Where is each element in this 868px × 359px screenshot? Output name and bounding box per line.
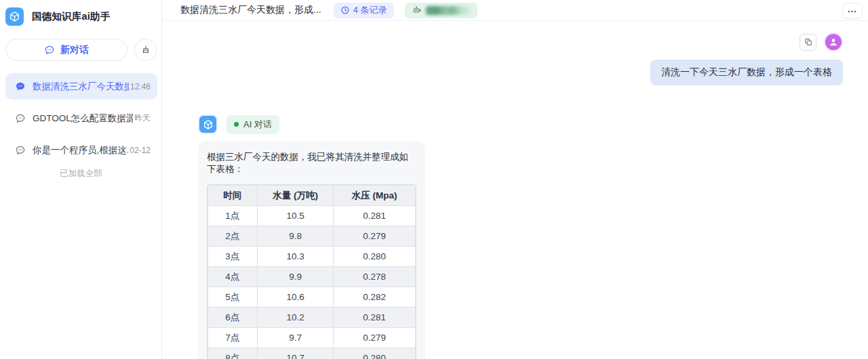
new-chat-label: 新对话: [60, 44, 89, 56]
table-row: 2点9.80.279: [208, 226, 416, 247]
table-row: 8点10.70.280: [208, 348, 416, 359]
table-row: 7点9.70.279: [208, 328, 416, 348]
table-row: 4点9.90.278: [208, 267, 416, 287]
user-avatar[interactable]: [824, 33, 843, 51]
table-cell: 0.279: [334, 226, 416, 247]
table-cell: 1点: [208, 206, 258, 226]
table-cell: 0.281: [334, 308, 416, 328]
app-title: 国德知识库ai助手: [32, 10, 110, 23]
table-header-cell: 水量 (万吨): [257, 186, 334, 206]
topbar: 数据清洗三水厂今天数据，形成... 4 条记录 ...: [162, 0, 868, 21]
table-body: 1点10.50.2812点9.80.2793点10.30.2804点9.90.2…: [208, 206, 416, 359]
copy-icon: [804, 37, 813, 47]
green-status-dot: [234, 122, 239, 127]
table-cell: 6点: [208, 308, 258, 328]
table-cell: 9.8: [257, 226, 334, 247]
sidebar-item-chat-1[interactable]: 数据清洗三水厂今天数据... 12:46: [5, 73, 157, 100]
table-cell: 8点: [208, 348, 258, 359]
table-cell: 3点: [208, 247, 258, 267]
table-cell: 5点: [208, 287, 258, 308]
ai-dialog-badge: AI 对话: [226, 115, 279, 134]
table-header-row: 时间水量 (万吨)水压 (Mpa): [208, 186, 416, 206]
app-logo-cube-icon: [5, 7, 24, 26]
table-cell: 10.6: [257, 287, 334, 308]
chat-item-label: 数据清洗三水厂今天数据...: [33, 81, 129, 93]
chat-bubble-outline-icon: [15, 145, 26, 156]
person-icon: [828, 37, 839, 47]
robot-icon: [412, 5, 422, 15]
model-badge: [405, 3, 477, 18]
chat-item-time: 02-12: [130, 146, 151, 155]
table-cell: 0.280: [334, 247, 416, 267]
chat-bubble-outline-icon: [15, 113, 26, 124]
chat-bubble-filled-icon: [15, 81, 26, 92]
ai-avatar-cube-icon: [198, 114, 218, 134]
app-brand: 国德知识库ai助手: [0, 0, 161, 27]
chat-item-label: 你是一个程序员,根据这...: [33, 144, 128, 156]
new-chat-button[interactable]: 新对话: [5, 39, 127, 61]
table-cell: 4点: [208, 267, 258, 287]
clear-history-button[interactable]: [134, 39, 157, 61]
table-row: 5点10.60.282: [208, 287, 416, 308]
table-row: 6点10.20.281: [208, 308, 416, 328]
more-options-button[interactable]: ...: [842, 3, 863, 19]
table-cell: 10.3: [257, 247, 334, 267]
broom-icon: [140, 45, 151, 56]
conversation-title: 数据清洗三水厂今天数据，形成...: [180, 4, 321, 16]
table-cell: 2点: [208, 226, 258, 247]
sidebar-item-chat-2[interactable]: GDTOOL怎么配置数据源啊 昨天: [5, 105, 157, 131]
chat-history-list: 数据清洗三水厂今天数据... 12:46 GDTOOL怎么配置数据源啊 昨天 你…: [5, 73, 157, 169]
table-cell: 0.280: [334, 348, 416, 359]
copy-message-button[interactable]: [800, 34, 816, 51]
table-cell: 0.281: [334, 206, 416, 226]
table-cell: 0.282: [334, 287, 416, 308]
chat-item-time: 昨天: [134, 112, 151, 124]
table-row: 1点10.50.281: [208, 206, 416, 226]
chat-item-time: 12:46: [130, 82, 151, 91]
user-message-bubble: 清洗一下今天三水厂数据，形成一个表格: [650, 60, 843, 85]
table-cell: 10.5: [257, 206, 334, 226]
chat-bubble-icon: [44, 45, 55, 56]
table-cell: 0.278: [334, 267, 416, 287]
table-cell: 10.7: [257, 348, 334, 359]
ai-intro-text: 根据三水厂今天的数据，我已将其清洗并整理成如下表格：: [207, 151, 416, 175]
data-table: 时间水量 (万吨)水压 (Mpa) 1点10.50.2812点9.80.2793…: [207, 184, 416, 359]
table-cell: 9.7: [257, 328, 334, 348]
main-area: 数据清洗三水厂今天数据，形成... 4 条记录 ...: [162, 0, 868, 359]
table-header-cell: 水压 (Mpa): [334, 186, 416, 206]
loaded-all-text: 已加载全部: [0, 168, 162, 180]
chat-item-label: GDTOOL怎么配置数据源啊: [33, 112, 133, 125]
table-cell: 10.2: [257, 308, 334, 328]
table-cell: 9.9: [257, 267, 334, 287]
clock-icon: [340, 5, 350, 15]
records-count-badge: 4 条记录: [334, 3, 394, 18]
table-row: 3点10.30.280: [208, 247, 416, 267]
ai-badge-label: AI 对话: [243, 119, 272, 131]
table-header-cell: 时间: [208, 186, 258, 206]
table-cell: 7点: [208, 328, 258, 348]
ellipsis-icon: ...: [848, 4, 857, 14]
sidebar-item-chat-3[interactable]: 你是一个程序员,根据这... 02-12: [5, 137, 157, 163]
ai-message-card: 根据三水厂今天的数据，我已将其清洗并整理成如下表格： 时间水量 (万吨)水压 (…: [198, 141, 425, 359]
sidebar: 国德知识库ai助手 新对话 数据清洗三水厂今: [0, 0, 162, 359]
table-cell: 0.279: [334, 328, 416, 348]
redacted-model-name: [426, 6, 471, 15]
